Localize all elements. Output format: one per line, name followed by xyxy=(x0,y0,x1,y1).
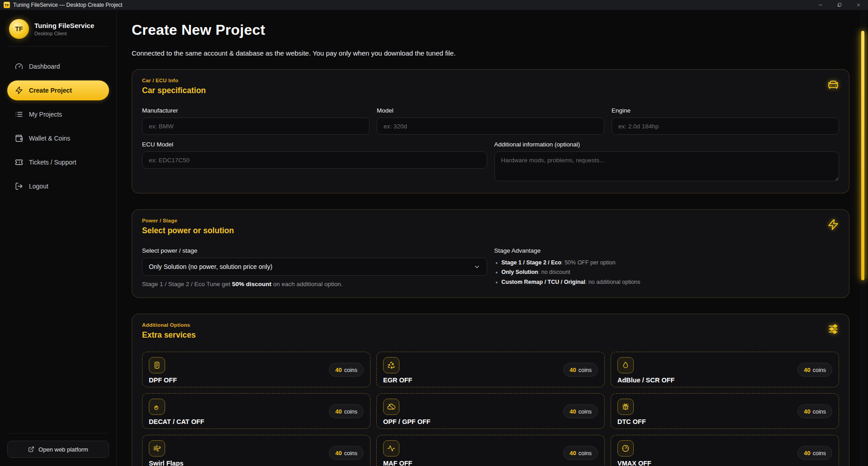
service-name: EGR OFF xyxy=(383,377,598,384)
restore-button[interactable] xyxy=(830,0,849,10)
list-icon xyxy=(15,110,23,118)
wind-icon xyxy=(149,440,165,457)
service-price-badge: 40coins xyxy=(563,404,598,418)
open-web-platform-label: Open web platform xyxy=(38,446,88,453)
service-price-badge: 40coins xyxy=(797,446,832,460)
ticket-icon xyxy=(15,158,23,166)
brand: TF Tuning FileService Desktop Client xyxy=(7,18,109,39)
service-card-adblue-scr-off[interactable]: AdBlue / SCR OFF40coins xyxy=(611,352,839,387)
engine-label: Engine xyxy=(612,107,839,114)
manufacturer-input[interactable] xyxy=(142,118,370,135)
power-card-label: Power / Stage xyxy=(142,218,839,223)
power-stage-select-value: Only Solution (no power, solution price … xyxy=(149,263,272,270)
car-card-label: Car / ECU Info xyxy=(142,78,839,83)
sidebar-item-create-project[interactable]: Create Project xyxy=(7,80,109,100)
titlebar: TF Tuning FileService — Desktop Create P… xyxy=(0,0,868,10)
logout-icon xyxy=(15,182,23,190)
extra-services-card: Additional Options Extra services DPF OF… xyxy=(132,314,849,466)
brand-name: Tuning FileService xyxy=(34,22,94,29)
car-spec-card: Car / ECU Info Car specification Manufac… xyxy=(132,69,849,193)
service-price-badge: 40coins xyxy=(329,446,364,460)
recycle-icon xyxy=(383,357,399,373)
minimize-icon xyxy=(818,2,823,8)
sidebar-item-label: Logout xyxy=(29,183,48,190)
dpf-filter-icon xyxy=(149,357,165,373)
sidebar: TF Tuning FileService Desktop Client Das… xyxy=(0,10,117,466)
activity-icon xyxy=(383,440,399,457)
service-card-egr-off[interactable]: EGR OFF40coins xyxy=(376,352,605,387)
power-stage-card: Power / Stage Select power or solution S… xyxy=(132,209,849,298)
sidebar-item-label: Tickets / Support xyxy=(29,159,76,166)
scrollbar-thumb[interactable] xyxy=(861,31,864,280)
stage-advantage-list: Stage 1 / Stage 2 / Eco: 50% OFF per opt… xyxy=(494,258,840,287)
ecu-model-label: ECU Model xyxy=(142,141,487,148)
minimize-button[interactable] xyxy=(811,0,830,10)
stage-advantage-item: Stage 1 / Stage 2 / Eco: 50% OFF per opt… xyxy=(494,258,840,268)
services-grid: DPF OFF40coinsEGR OFF40coinsAdBlue / SCR… xyxy=(142,352,839,466)
sidebar-nav: DashboardCreate ProjectMy ProjectsWallet… xyxy=(7,56,109,196)
power-stage-select[interactable]: Only Solution (no power, solution price … xyxy=(142,258,487,276)
lightning-icon xyxy=(15,86,23,94)
close-icon xyxy=(856,2,861,8)
main-content: Create New Project Connected to the same… xyxy=(117,10,868,466)
sidebar-item-wallet-coins[interactable]: Wallet & Coins xyxy=(7,128,109,148)
chevron-down-icon xyxy=(474,264,480,270)
sidebar-item-dashboard[interactable]: Dashboard xyxy=(7,56,109,76)
service-name: Swirl Flaps xyxy=(149,460,364,466)
app-icon: TF xyxy=(4,2,10,8)
model-input[interactable] xyxy=(377,118,604,135)
car-icon xyxy=(827,79,839,92)
service-price-badge: 40coins xyxy=(797,404,832,418)
manufacturer-label: Manufacturer xyxy=(142,107,370,114)
model-label: Model xyxy=(377,107,604,114)
brand-logo: TF xyxy=(9,19,29,39)
power-select-label: Select power / stage xyxy=(142,247,487,254)
gauge-icon xyxy=(15,62,23,71)
service-card-opf-gpf-off[interactable]: OPF / GPF OFF40coins xyxy=(376,393,605,429)
open-web-platform-button[interactable]: Open web platform xyxy=(7,441,109,458)
service-name: DPF OFF xyxy=(149,377,364,384)
additional-info-label: Additional information (optional) xyxy=(494,141,840,148)
speedometer-icon xyxy=(617,440,634,457)
service-card-swirl-flaps[interactable]: Swirl Flaps40coins xyxy=(142,435,370,466)
service-card-vmax-off[interactable]: VMAX OFF40coins xyxy=(611,435,839,466)
ecu-model-input[interactable] xyxy=(142,151,487,169)
service-card-decat-cat-off[interactable]: DECAT / CAT OFF40coins xyxy=(142,393,370,429)
sidebar-item-label: Wallet & Coins xyxy=(29,135,70,142)
service-name: VMAX OFF xyxy=(617,460,832,466)
service-card-dtc-off[interactable]: DTC OFF40coins xyxy=(611,393,839,429)
service-card-dpf-off[interactable]: DPF OFF40coins xyxy=(142,352,370,387)
sidebar-item-my-projects[interactable]: My Projects xyxy=(7,104,109,124)
services-card-title: Extra services xyxy=(142,330,839,340)
service-card-maf-off[interactable]: MAF OFF40coins xyxy=(376,435,605,466)
stage-advantage-title: Stage Advantage xyxy=(494,247,840,254)
page-title: Create New Project xyxy=(132,22,849,38)
lightning-icon xyxy=(827,219,839,232)
sidebar-item-tickets-support[interactable]: Tickets / Support xyxy=(7,152,109,172)
sidebar-item-label: Create Project xyxy=(29,87,72,94)
power-card-title: Select power or solution xyxy=(142,226,839,235)
stage-advantage-item: Only Solution: no discount xyxy=(494,268,840,277)
sidebar-item-label: My Projects xyxy=(29,111,62,118)
flame-icon xyxy=(149,399,165,415)
close-button[interactable] xyxy=(849,0,868,10)
sidebar-footer-divider xyxy=(8,433,108,433)
wallet-icon xyxy=(15,134,23,142)
sidebar-divider xyxy=(8,46,108,47)
service-name: AdBlue / SCR OFF xyxy=(617,377,832,384)
service-price-badge: 40coins xyxy=(563,362,598,377)
stage-discount-note: Stage 1 / Stage 2 / Eco Tune get 50% dis… xyxy=(142,281,487,287)
droplet-icon xyxy=(617,357,634,373)
service-name: OPF / GPF OFF xyxy=(383,418,598,425)
service-name: MAF OFF xyxy=(383,460,598,466)
sidebar-item-logout[interactable]: Logout xyxy=(7,176,109,196)
services-card-label: Additional Options xyxy=(142,322,839,328)
window-title: Tuning FileService — Desktop Create Proj… xyxy=(13,2,123,8)
sliders-icon xyxy=(827,323,839,337)
service-price-badge: 40coins xyxy=(329,362,364,377)
additional-info-textarea[interactable] xyxy=(494,151,840,181)
sidebar-item-label: Dashboard xyxy=(29,63,60,70)
engine-input[interactable] xyxy=(612,118,839,135)
external-link-icon xyxy=(28,446,34,452)
restore-icon xyxy=(837,2,842,8)
